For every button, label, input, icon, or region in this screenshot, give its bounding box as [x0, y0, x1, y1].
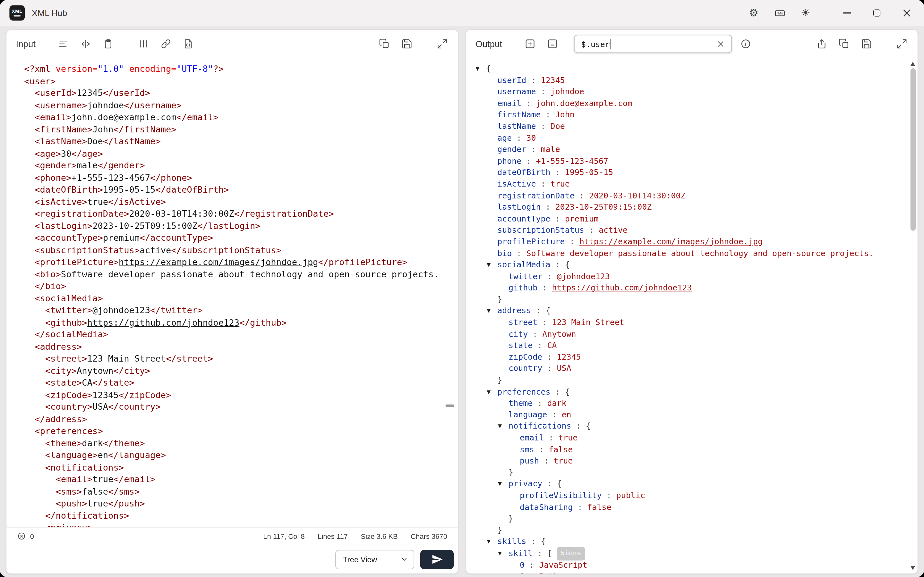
collapse-arrow-icon[interactable]: ▼	[487, 259, 497, 271]
tree-node: ▼socialMedia : {	[466, 259, 918, 271]
tree-key: gender	[497, 144, 526, 153]
tree-node: ▼address : {	[466, 305, 918, 317]
tree-value: Anytown	[542, 329, 576, 338]
collapse-arrow-icon[interactable]: ▼	[498, 479, 509, 490]
tree-key: 0	[520, 560, 525, 569]
jsonpath-search-input[interactable]: $.user ×	[574, 35, 732, 53]
tree-node: userId : 12345	[466, 75, 918, 86]
tree-key: profilePicture	[497, 237, 565, 246]
paste-button[interactable]	[99, 35, 117, 53]
collapse-arrow-icon[interactable]: ▼	[498, 548, 509, 560]
tree-node: zipCode : 12345	[466, 351, 918, 363]
columns-button[interactable]	[134, 35, 152, 53]
tree-value: true	[553, 456, 573, 465]
convert-button[interactable]	[420, 550, 454, 569]
save-button[interactable]	[398, 35, 415, 53]
tree-node: language : en	[466, 409, 918, 421]
tree-node: ▼privacy : {	[466, 478, 918, 490]
tree-node: lastName : Doe	[466, 121, 918, 132]
tree-key: socialMedia	[497, 259, 550, 269]
gear-icon: ⚙	[749, 8, 758, 18]
link-icon	[160, 38, 171, 49]
tree-value-link[interactable]: https://github.com/johndoe123	[552, 283, 692, 292]
clear-search-button[interactable]: ×	[715, 38, 727, 50]
titlebar: XML XML Hub ⚙ ☀	[0, 0, 924, 26]
xml-code-editor[interactable]: <?xml version="1.0" encoding="UTF-8"?><u…	[6, 58, 458, 527]
save-output-button[interactable]	[857, 35, 875, 53]
tree-key: notifications	[509, 421, 571, 430]
copy-output-button[interactable]	[835, 35, 853, 53]
scroll-down-icon[interactable]	[910, 566, 915, 570]
tree-key: phone	[497, 156, 521, 165]
output-panel-header: Output $.user ×	[466, 30, 918, 58]
tree-value: false	[549, 444, 573, 454]
titlebar-right: ⚙ ☀	[745, 4, 916, 22]
collapse-arrow-icon[interactable]: ▼	[487, 306, 497, 317]
tree-node: 1 : Python	[466, 571, 918, 574]
url-import-button[interactable]	[157, 35, 174, 53]
tree-node: 0 : JavaScript	[466, 559, 918, 571]
expand-button[interactable]	[433, 35, 451, 53]
code-line: </address>	[24, 413, 453, 425]
settings-button[interactable]: ⚙	[745, 4, 762, 22]
scrollbar-thumb[interactable]	[910, 68, 916, 231]
code-line: <bio>Software developer passionate about…	[24, 268, 453, 280]
view-mode-select[interactable]: Tree View	[335, 550, 414, 569]
output-scrollbar[interactable]	[909, 60, 916, 572]
tree-value-link[interactable]: https://example.com/images/johndoe.jpg	[580, 237, 762, 246]
tree-node: twitter : @johndoe123	[466, 271, 918, 282]
collapse-arrow-icon[interactable]: ▼	[498, 421, 509, 432]
collapse-arrow-icon[interactable]: ▼	[487, 386, 497, 398]
tree-node: registrationDate : 2020-03-10T14:30:00Z	[466, 190, 918, 201]
code-line: <zipCode>12345</zipCode>	[24, 389, 453, 401]
tree-value: 2020-03-10T14:30:00Z	[589, 190, 686, 200]
scroll-up-icon[interactable]	[910, 62, 915, 66]
tree-brace: }	[509, 514, 513, 523]
collapse-all-button[interactable]	[543, 35, 561, 53]
maximize-button[interactable]	[868, 4, 886, 22]
tree-node: subscriptionStatus : active	[466, 224, 918, 236]
collapse-arrow-icon[interactable]: ▼	[475, 63, 486, 75]
minimize-button[interactable]	[838, 4, 856, 22]
tree-node: profilePicture : https://example.com/ima…	[466, 236, 918, 247]
tree-value: Python	[539, 571, 568, 574]
keyboard-shortcuts-button[interactable]	[771, 4, 788, 22]
collapse-arrow-icon[interactable]: ▼	[487, 536, 497, 548]
tree-node: profileVisibility : public	[466, 490, 918, 501]
minify-button[interactable]	[77, 35, 94, 53]
theme-toggle-button[interactable]: ☀	[796, 4, 814, 22]
json-tree-view[interactable]: ▼{userId : 12345username : johndoeemail …	[466, 58, 918, 574]
tree-key: preferences	[497, 387, 550, 396]
cursor-position: Ln 117, Col 8	[263, 532, 304, 540]
expand-output-button[interactable]	[893, 35, 911, 53]
info-button[interactable]	[737, 35, 754, 53]
code-line: <firstName>John</firstName>	[24, 123, 453, 135]
code-line: <email>true</email>	[24, 474, 453, 486]
tree-brace: {	[546, 306, 551, 315]
format-button[interactable]	[55, 35, 72, 53]
tree-node: email : true	[466, 432, 918, 444]
code-line: <sms>false</sms>	[24, 485, 453, 498]
editor-scrollbar-thumb[interactable]	[446, 405, 455, 406]
code-line: <address>	[24, 341, 453, 353]
sample-file-button[interactable]	[179, 35, 197, 53]
tree-key: age	[497, 133, 512, 142]
code-line: </bio>	[24, 280, 453, 292]
file-code-icon	[183, 38, 194, 49]
tree-value: true	[558, 433, 577, 442]
code-line: <lastName>Doe</lastName>	[24, 135, 453, 147]
tree-key: dataSharing	[520, 502, 573, 511]
expand-all-button[interactable]	[521, 35, 539, 53]
tree-value: @johndoe123	[557, 271, 610, 280]
code-line: <twitter>@johndoe123</twitter>	[24, 305, 453, 317]
copy-button[interactable]	[375, 35, 393, 53]
share-button[interactable]	[813, 35, 830, 53]
close-button[interactable]: ×	[898, 4, 916, 22]
app-logo-bar	[13, 15, 21, 17]
tree-node: }	[466, 374, 918, 386]
input-statusbar: 0 Ln 117, Col 8 Lines 117 Size 3.6 KB Ch…	[6, 527, 458, 545]
save-icon	[861, 38, 872, 49]
tree-brace: }	[497, 525, 502, 534]
tree-value: USA	[557, 364, 571, 373]
tree-brace: {	[565, 259, 570, 269]
